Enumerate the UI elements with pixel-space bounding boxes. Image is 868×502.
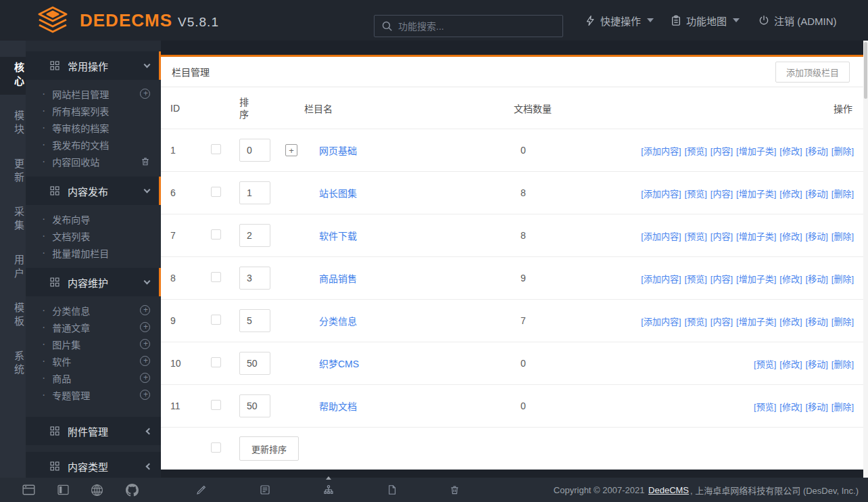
action-delete-link[interactable]: [删除] bbox=[831, 229, 854, 242]
sidebar-item-document-list[interactable]: 文档列表 bbox=[26, 227, 161, 244]
scrollbar-thumb[interactable] bbox=[864, 42, 867, 99]
action-add-content-link[interactable]: [添加内容] bbox=[641, 187, 681, 200]
file-icon[interactable] bbox=[387, 484, 397, 495]
sidebar-section-content-publish[interactable]: 内容发布 bbox=[26, 177, 161, 205]
circle-plus-icon[interactable] bbox=[140, 373, 150, 383]
search-input[interactable] bbox=[398, 21, 547, 32]
action-delete-link[interactable]: [删除] bbox=[831, 400, 854, 413]
row-checkbox[interactable] bbox=[211, 357, 221, 367]
action-edit-link[interactable]: [修改] bbox=[779, 229, 802, 242]
action-content-link[interactable]: [内容] bbox=[710, 144, 733, 157]
sitemap-icon[interactable] bbox=[323, 484, 334, 495]
column-name-link[interactable]: 织梦CMS bbox=[319, 359, 359, 369]
sidebar-item-publish-wizard[interactable]: 发布向导 bbox=[26, 210, 161, 227]
action-edit-link[interactable]: [修改] bbox=[779, 400, 802, 413]
action-add-subclass-link[interactable]: [增加子类] bbox=[736, 229, 776, 242]
action-move-link[interactable]: [移动] bbox=[806, 144, 828, 157]
action-edit-link[interactable]: [修改] bbox=[779, 315, 802, 327]
sort-order-input[interactable] bbox=[239, 181, 270, 204]
circle-plus-icon[interactable] bbox=[140, 356, 150, 366]
vertical-scrollbar[interactable] bbox=[863, 41, 868, 478]
circle-plus-icon[interactable] bbox=[140, 390, 150, 400]
globe-icon[interactable] bbox=[91, 484, 103, 497]
action-add-subclass-link[interactable]: [增加子类] bbox=[736, 315, 776, 327]
sidebar-section-common-ops[interactable]: 常用操作 bbox=[26, 51, 161, 80]
action-preview-link[interactable]: [预览] bbox=[754, 357, 776, 370]
action-content-link[interactable]: [内容] bbox=[710, 315, 733, 327]
sidebar-section-content-maintain[interactable]: 内容维护 bbox=[26, 268, 161, 296]
sort-order-input[interactable] bbox=[239, 352, 270, 375]
action-add-content-link[interactable]: [添加内容] bbox=[641, 144, 681, 157]
update-sort-button[interactable]: 更新排序 bbox=[239, 436, 299, 461]
circle-plus-icon[interactable] bbox=[140, 339, 150, 349]
action-move-link[interactable]: [移动] bbox=[806, 272, 828, 285]
row-checkbox[interactable] bbox=[211, 229, 221, 239]
action-preview-link[interactable]: [预览] bbox=[754, 400, 776, 413]
sidebar-item-software[interactable]: 软件 bbox=[26, 352, 161, 369]
action-delete-link[interactable]: [删除] bbox=[831, 315, 854, 327]
sort-order-input[interactable] bbox=[239, 309, 270, 332]
action-delete-link[interactable]: [删除] bbox=[831, 272, 854, 285]
action-add-content-link[interactable]: [添加内容] bbox=[641, 315, 681, 327]
rail-tab-modules[interactable]: 模块 bbox=[0, 105, 26, 143]
circle-plus-icon[interactable] bbox=[140, 89, 150, 99]
sidebar-section-attachments[interactable]: 附件管理 bbox=[26, 417, 161, 445]
brand-logo[interactable]: DEDECMSV5.8.1 bbox=[35, 6, 219, 35]
sort-order-input[interactable] bbox=[239, 224, 270, 247]
rail-tab-system[interactable]: 系统 bbox=[0, 345, 26, 383]
action-edit-link[interactable]: [修改] bbox=[779, 357, 802, 370]
column-name-link[interactable]: 商品销售 bbox=[319, 273, 357, 284]
action-add-subclass-link[interactable]: [增加子类] bbox=[736, 187, 776, 200]
rail-tab-core[interactable]: 核心 bbox=[0, 57, 26, 95]
column-name-link[interactable]: 帮助文档 bbox=[319, 401, 357, 412]
action-content-link[interactable]: [内容] bbox=[710, 229, 733, 242]
circle-plus-icon[interactable] bbox=[140, 305, 150, 315]
trash-icon[interactable] bbox=[141, 156, 150, 166]
column-name-link[interactable]: 软件下载 bbox=[319, 231, 357, 242]
select-all-checkbox[interactable] bbox=[211, 442, 221, 453]
action-move-link[interactable]: [移动] bbox=[806, 357, 828, 370]
dedecms-link[interactable]: DedeCMS bbox=[648, 485, 689, 495]
action-add-content-link[interactable]: [添加内容] bbox=[641, 229, 681, 242]
action-edit-link[interactable]: [修改] bbox=[779, 272, 802, 285]
column-name-link[interactable]: 网页基础 bbox=[319, 145, 357, 156]
action-content-link[interactable]: [内容] bbox=[710, 272, 733, 285]
add-top-column-button[interactable]: 添加顶级栏目 bbox=[775, 62, 850, 83]
row-checkbox[interactable] bbox=[211, 272, 221, 282]
column-name-link[interactable]: 分类信息 bbox=[319, 316, 357, 327]
sidebar-item-pending-archives[interactable]: 等审核的档案 bbox=[26, 119, 161, 136]
panel-icon[interactable] bbox=[57, 484, 69, 495]
sidebar-section-content-types[interactable]: 内容类型 bbox=[26, 452, 161, 478]
row-checkbox[interactable] bbox=[211, 144, 221, 154]
sidebar-item-normal-article[interactable]: 普通文章 bbox=[26, 319, 161, 336]
circle-plus-icon[interactable] bbox=[140, 322, 150, 332]
action-delete-link[interactable]: [删除] bbox=[831, 144, 854, 157]
action-preview-link[interactable]: [预览] bbox=[685, 187, 707, 200]
sidebar-item-all-archives[interactable]: 所有档案列表 bbox=[26, 102, 161, 119]
sort-order-input[interactable] bbox=[239, 394, 270, 417]
row-checkbox[interactable] bbox=[211, 187, 221, 197]
sidebar-item-recycle-bin[interactable]: 内容回收站 bbox=[26, 153, 161, 170]
action-add-subclass-link[interactable]: [增加子类] bbox=[736, 144, 776, 157]
rail-tab-collect[interactable]: 采集 bbox=[0, 201, 26, 239]
action-preview-link[interactable]: [预览] bbox=[685, 144, 707, 157]
rail-tab-users[interactable]: 用户 bbox=[0, 249, 26, 287]
action-add-subclass-link[interactable]: [增加子类] bbox=[736, 272, 776, 285]
sidebar-item-image-gallery[interactable]: 图片集 bbox=[26, 336, 161, 352]
sidebar-item-classified-info[interactable]: 分类信息 bbox=[26, 302, 161, 319]
trash-icon[interactable] bbox=[450, 484, 460, 495]
pen-icon[interactable] bbox=[196, 484, 207, 495]
action-preview-link[interactable]: [预览] bbox=[685, 272, 707, 285]
action-edit-link[interactable]: [修改] bbox=[779, 144, 802, 157]
github-icon[interactable] bbox=[126, 484, 139, 497]
rail-tab-update[interactable]: 更新 bbox=[0, 153, 26, 191]
action-edit-link[interactable]: [修改] bbox=[779, 187, 802, 200]
rail-tab-templates[interactable]: 模板 bbox=[0, 297, 26, 335]
action-move-link[interactable]: [移动] bbox=[806, 187, 828, 200]
expand-children-button[interactable]: + bbox=[285, 144, 297, 156]
quick-actions-menu[interactable]: 快捷操作 bbox=[585, 0, 654, 41]
action-add-content-link[interactable]: [添加内容] bbox=[641, 272, 681, 285]
row-checkbox[interactable] bbox=[211, 315, 221, 325]
action-delete-link[interactable]: [删除] bbox=[831, 357, 854, 370]
column-name-link[interactable]: 站长图集 bbox=[319, 188, 357, 199]
